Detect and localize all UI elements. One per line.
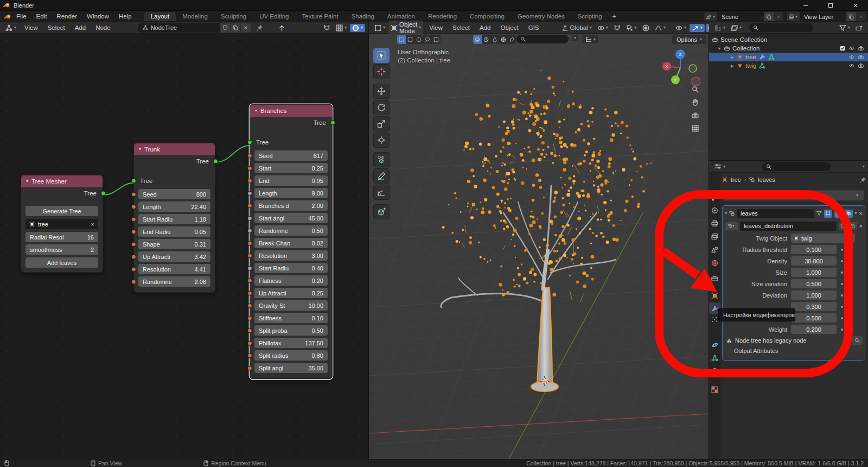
camera-icon[interactable]: [858, 54, 864, 60]
input-socket[interactable]: [131, 229, 136, 234]
viewport-3d[interactable]: User Orthographic (2) Collection | tree …: [369, 34, 709, 459]
tab-rendering[interactable]: Rendering: [422, 12, 463, 21]
input-socket[interactable]: [247, 278, 252, 283]
param-field[interactable]: Up Attracti0.25: [254, 288, 328, 298]
find-legacy-node-button[interactable]: [852, 336, 863, 345]
tool-rotate[interactable]: [373, 100, 390, 115]
input-socket[interactable]: [247, 291, 252, 295]
orientation-dropdown[interactable]: Global▾: [559, 24, 594, 32]
animate-dot-icon[interactable]: [841, 294, 843, 296]
tool-measure[interactable]: [373, 185, 390, 200]
add-leaves-button[interactable]: Add leaves: [25, 257, 98, 268]
outliner-row-tree[interactable]: ▶tree: [709, 53, 868, 61]
input-socket[interactable]: [247, 166, 252, 171]
param-field[interactable]: Break Chan0.02: [254, 238, 328, 248]
input-socket[interactable]: [247, 228, 252, 233]
editor-type-button[interactable]: ▾: [372, 24, 387, 32]
outliner-label[interactable]: Collection: [732, 45, 760, 52]
properties-tab-object[interactable]: [709, 289, 720, 301]
input-socket[interactable]: [247, 140, 252, 145]
input-socket[interactable]: [131, 179, 136, 184]
scene-selector[interactable]: ▾ Scene ×: [704, 12, 783, 21]
input-socket[interactable]: [131, 242, 136, 247]
breadcrumb-modifier[interactable]: leaves: [758, 176, 775, 183]
param-field[interactable]: End Radiu0.05: [138, 226, 210, 237]
copy-node-group-button[interactable]: [849, 222, 857, 230]
blender-menu-icon[interactable]: [4, 13, 11, 20]
input-socket[interactable]: [131, 267, 136, 272]
modifier-header[interactable]: ▾ leaves ▾ ×: [725, 207, 863, 219]
outliner-display-mode[interactable]: ▾: [712, 24, 727, 32]
properties-tab-collection[interactable]: [709, 272, 720, 284]
modifier-name-field[interactable]: leaves: [737, 209, 814, 218]
input-socket[interactable]: [247, 303, 252, 308]
menu-select[interactable]: Select: [448, 23, 475, 32]
expander-icon[interactable]: ▶: [730, 55, 735, 60]
tab-shading[interactable]: Shading: [345, 12, 381, 21]
tool-add-cube[interactable]: [373, 204, 390, 219]
maximize-button[interactable]: [818, 0, 843, 11]
field-value[interactable]: 30.000: [791, 256, 837, 266]
menu-window[interactable]: Window: [82, 12, 114, 21]
field-value[interactable]: 0.500: [791, 313, 837, 323]
param-field[interactable]: Split proba0.50: [254, 325, 328, 336]
shading-material-button[interactable]: [482, 35, 490, 44]
properties-tab-tool[interactable]: [709, 191, 720, 203]
node-group-browse-button[interactable]: ▾: [725, 222, 738, 230]
menu-object[interactable]: Object: [495, 23, 523, 32]
node-editor-canvas[interactable]: ▾ Tree Mesher Tree Generate Tree tree × …: [0, 34, 369, 459]
snap-toggle[interactable]: [611, 24, 623, 32]
checkbox-icon[interactable]: [840, 46, 845, 51]
animate-dot-icon[interactable]: [841, 249, 843, 251]
input-socket[interactable]: [247, 153, 252, 158]
fake-user-button[interactable]: [220, 23, 230, 33]
menu-node[interactable]: Node: [91, 23, 116, 32]
outliner-label[interactable]: Scene Collection: [720, 36, 767, 43]
select-extend-button[interactable]: [406, 35, 414, 44]
options-dropdown[interactable]: Options▾: [672, 35, 706, 44]
field-value[interactable]: 1.000: [791, 268, 837, 277]
menu-add[interactable]: Add: [70, 23, 91, 32]
shading-texture-button[interactable]: [490, 35, 499, 44]
field-value[interactable]: 0.200: [791, 325, 837, 334]
field-value[interactable]: 0.100: [791, 245, 837, 254]
orthographic-grid-icon[interactable]: [692, 125, 699, 132]
pivot-dropdown[interactable]: ▾: [595, 24, 610, 32]
tool-move[interactable]: [373, 84, 390, 99]
outliner-label[interactable]: twig: [745, 62, 756, 69]
realtime-display-toggle[interactable]: [834, 210, 843, 218]
param-field[interactable]: Seed617: [254, 150, 328, 161]
param-field[interactable]: Split radius0.80: [254, 350, 328, 361]
input-socket[interactable]: [247, 340, 252, 345]
param-field[interactable]: Up Attracti3.42: [138, 251, 210, 262]
close-button[interactable]: ×: [843, 0, 868, 11]
snap-button[interactable]: [321, 24, 333, 32]
tree-object-field[interactable]: tree ×: [25, 219, 98, 229]
outliner-row-twig[interactable]: ▶twig: [709, 61, 868, 70]
menu-gis[interactable]: GIS: [524, 23, 544, 32]
outliner-filter-mode[interactable]: ▾: [729, 24, 744, 32]
unlink-node-tree-button[interactable]: ×: [240, 23, 251, 33]
input-socket[interactable]: [247, 353, 252, 358]
tab-sculpting[interactable]: Sculpting: [214, 12, 253, 21]
param-field[interactable]: Length22.40: [138, 201, 210, 212]
param-field[interactable]: Radial Resol16: [25, 232, 98, 242]
properties-tab-texture[interactable]: [709, 383, 720, 395]
pin-icon[interactable]: [256, 24, 263, 31]
param-field[interactable]: Resolution3.00: [254, 250, 328, 261]
camera-icon[interactable]: [858, 46, 864, 51]
outliner-label[interactable]: tree: [745, 54, 756, 60]
animate-dot-icon[interactable]: [841, 306, 843, 308]
select-intersect-button[interactable]: [432, 35, 441, 44]
tab-geometry-nodes[interactable]: Geometry Nodes: [511, 12, 571, 21]
animate-dot-icon[interactable]: [841, 317, 843, 319]
param-field[interactable]: Phillotax137.50: [254, 338, 328, 348]
tab-texture-paint[interactable]: Texture Paint: [296, 12, 345, 21]
menu-view[interactable]: View: [20, 23, 43, 32]
input-socket[interactable]: [247, 241, 252, 245]
input-socket[interactable]: [131, 217, 136, 222]
input-socket[interactable]: [247, 203, 252, 208]
view-layer-copy-button[interactable]: [846, 12, 856, 21]
proportional-edit-toggle[interactable]: [640, 24, 652, 32]
input-socket[interactable]: [247, 216, 252, 220]
